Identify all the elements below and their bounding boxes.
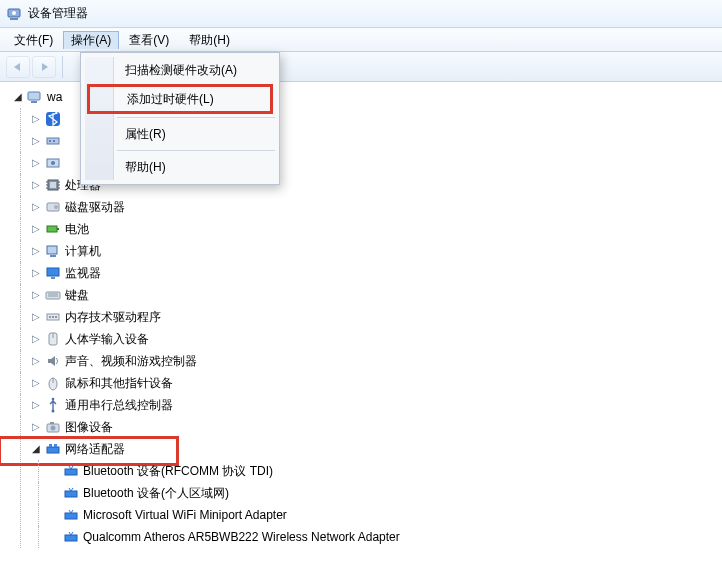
dropdown-label: 属性(R) xyxy=(125,126,166,143)
tree-item-monitors[interactable]: ▷ 监视器 xyxy=(30,262,714,284)
menu-file[interactable]: 文件(F) xyxy=(4,29,63,52)
dropdown-scan-hardware[interactable]: 扫描检测硬件改动(A) xyxy=(85,57,275,83)
svg-point-10 xyxy=(51,161,55,165)
monitor-icon xyxy=(45,265,61,281)
window-title: 设备管理器 xyxy=(28,5,88,22)
svg-rect-25 xyxy=(47,268,59,276)
expand-icon[interactable]: ▷ xyxy=(30,356,41,367)
cpu-icon xyxy=(45,177,61,193)
tree-item-network-adapters[interactable]: ◢ 网络适配器 xyxy=(30,438,714,460)
svg-rect-7 xyxy=(49,140,51,142)
tree-label: Qualcomm Atheros AR5BWB222 Wireless Netw… xyxy=(83,530,400,544)
expand-icon[interactable]: ▷ xyxy=(30,422,41,433)
menu-help[interactable]: 帮助(H) xyxy=(179,29,240,52)
menu-view[interactable]: 查看(V) xyxy=(119,29,179,52)
tree-label: wa xyxy=(47,90,62,104)
tree-label: 鼠标和其他指针设备 xyxy=(65,375,173,392)
svg-rect-4 xyxy=(31,101,37,103)
expand-icon[interactable]: ▷ xyxy=(30,158,41,169)
expand-icon[interactable]: ▷ xyxy=(30,378,41,389)
dropdown-separator xyxy=(117,150,275,151)
dropdown-properties[interactable]: 属性(R) xyxy=(85,121,275,147)
expand-icon[interactable]: ▷ xyxy=(30,202,41,213)
tree-item-batteries[interactable]: ▷ 电池 xyxy=(30,218,714,240)
titlebar: 设备管理器 xyxy=(0,0,722,28)
app-icon xyxy=(6,6,22,22)
svg-rect-1 xyxy=(10,18,18,20)
tree-item-memory-tech[interactable]: ▷ 内存技术驱动程序 xyxy=(30,306,714,328)
tree-label: Microsoft Virtual WiFi Miniport Adapter xyxy=(83,508,287,522)
action-dropdown: 扫描检测硬件改动(A) 添加过时硬件(L) 属性(R) 帮助(H) xyxy=(80,52,280,185)
svg-rect-42 xyxy=(50,422,54,424)
tree-label: Bluetooth 设备(RFCOMM 协议 TDI) xyxy=(83,463,273,480)
dropdown-label: 扫描检测硬件改动(A) xyxy=(125,62,237,79)
tree-item-computer[interactable]: ▷ 计算机 xyxy=(30,240,714,262)
hid-icon xyxy=(45,331,61,347)
tree-item-disk-drives[interactable]: ▷ 磁盘驱动器 xyxy=(30,196,714,218)
svg-rect-26 xyxy=(51,277,55,279)
svg-rect-45 xyxy=(54,444,57,447)
expand-icon[interactable]: ▷ xyxy=(30,136,41,147)
svg-rect-43 xyxy=(47,447,59,453)
svg-rect-24 xyxy=(50,255,56,257)
tree-item-keyboards[interactable]: ▷ 键盘 xyxy=(30,284,714,306)
back-button[interactable] xyxy=(6,56,30,78)
tree-item-mice[interactable]: ▷ 鼠标和其他指针设备 xyxy=(30,372,714,394)
expand-icon[interactable]: ▷ xyxy=(30,268,41,279)
svg-rect-12 xyxy=(50,182,56,188)
tree-item-hid[interactable]: ▷ 人体学输入设备 xyxy=(30,328,714,350)
speaker-icon xyxy=(45,353,61,369)
usb-icon xyxy=(45,397,61,413)
tree-label: 磁盘驱动器 xyxy=(65,199,125,216)
tree-item-atheros-wifi[interactable]: Qualcomm Atheros AR5BWB222 Wireless Netw… xyxy=(48,526,714,548)
expand-icon[interactable]: ▷ xyxy=(30,334,41,345)
svg-rect-21 xyxy=(47,226,57,232)
nic-icon xyxy=(63,507,79,523)
svg-rect-44 xyxy=(49,444,52,447)
battery-icon xyxy=(45,221,61,237)
svg-point-38 xyxy=(52,410,55,413)
svg-rect-8 xyxy=(53,140,55,142)
expand-icon[interactable]: ▷ xyxy=(30,290,41,301)
forward-button[interactable] xyxy=(32,56,56,78)
network-icon xyxy=(45,441,61,457)
tree-label: 通用串行总线控制器 xyxy=(65,397,173,414)
dropdown-label: 添加过时硬件(L) xyxy=(127,91,214,108)
expand-icon[interactable]: ▷ xyxy=(30,224,41,235)
collapse-icon[interactable]: ◢ xyxy=(12,92,23,103)
collapse-icon[interactable]: ◢ xyxy=(30,444,41,455)
tree-item-bt-rfcomm[interactable]: Bluetooth 设备(RFCOMM 协议 TDI) xyxy=(48,460,714,482)
svg-rect-32 xyxy=(52,316,54,318)
tree-label: 内存技术驱动程序 xyxy=(65,309,161,326)
expand-icon[interactable]: ▷ xyxy=(30,400,41,411)
tree-item-virtual-wifi[interactable]: Microsoft Virtual WiFi Miniport Adapter xyxy=(48,504,714,526)
svg-rect-23 xyxy=(47,246,57,254)
expand-icon[interactable]: ▷ xyxy=(30,114,41,125)
expand-icon[interactable]: ▷ xyxy=(30,312,41,323)
tree-label: Bluetooth 设备(个人区域网) xyxy=(83,485,229,502)
tree-item-sound[interactable]: ▷ 声音、视频和游戏控制器 xyxy=(30,350,714,372)
menubar: 文件(F) 操作(A) 查看(V) 帮助(H) xyxy=(0,28,722,52)
menu-action[interactable]: 操作(A) xyxy=(63,31,119,49)
memory-icon xyxy=(45,309,61,325)
keyboard-icon xyxy=(45,287,61,303)
tree-label: 人体学输入设备 xyxy=(65,331,149,348)
expand-icon[interactable]: ▷ xyxy=(30,180,41,191)
tree-label: 键盘 xyxy=(65,287,89,304)
tree-item-usb[interactable]: ▷ 通用串行总线控制器 xyxy=(30,394,714,416)
bluetooth-icon xyxy=(45,111,61,127)
computer-icon xyxy=(27,89,43,105)
expand-icon[interactable]: ▷ xyxy=(30,246,41,257)
tree-label: 计算机 xyxy=(65,243,101,260)
svg-rect-3 xyxy=(28,92,40,100)
nic-icon xyxy=(63,463,79,479)
camera-icon xyxy=(45,419,61,435)
tree-item-bt-pan[interactable]: Bluetooth 设备(个人区域网) xyxy=(48,482,714,504)
dropdown-help[interactable]: 帮助(H) xyxy=(85,154,275,180)
tree-item-imaging[interactable]: ▷ 图像设备 xyxy=(30,416,714,438)
svg-point-41 xyxy=(51,426,56,431)
pc-icon xyxy=(45,243,61,259)
port-icon xyxy=(45,133,61,149)
dropdown-add-legacy-hardware[interactable]: 添加过时硬件(L) xyxy=(87,84,273,114)
svg-rect-31 xyxy=(49,316,51,318)
